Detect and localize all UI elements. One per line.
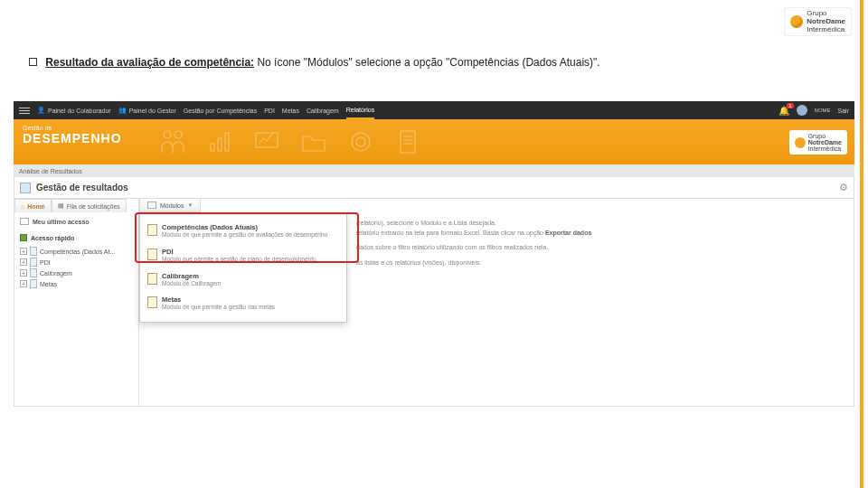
modulos-label: Módulos xyxy=(160,202,184,209)
modulos-button[interactable]: Módulos ▼ xyxy=(139,199,201,212)
svg-point-6 xyxy=(352,133,370,151)
expand-icon[interactable]: + xyxy=(20,248,27,255)
modulos-dropdown: Competências (Dados Atuais) Módulo de qu… xyxy=(139,213,347,323)
svg-point-1 xyxy=(175,131,182,138)
breadcrumb-item[interactable]: Análise de Resultados xyxy=(19,168,82,174)
banner-decorations xyxy=(158,125,746,159)
queue-icon: ▤ xyxy=(58,202,64,210)
dd-desc: Módulo de que permite a gestão de avalia… xyxy=(162,231,327,239)
doc-icon xyxy=(393,127,422,156)
brand-logo-banner: Grupo NotreDame Intermédica xyxy=(789,130,847,155)
svg-rect-5 xyxy=(256,133,278,147)
brand-text: Intermédica xyxy=(807,26,845,34)
expand-icon[interactable]: + xyxy=(20,280,27,287)
tree-item[interactable]: +Metas xyxy=(20,278,133,289)
instruction-rest: No ícone "Módulos" selecione a opção "Co… xyxy=(257,56,599,69)
user-name-label: NOME xyxy=(815,108,831,113)
nav-calibragem[interactable]: Calibragem xyxy=(307,108,339,114)
page-title: Gestão de resultados xyxy=(36,183,128,192)
svg-rect-8 xyxy=(401,131,415,153)
dd-title: Metas xyxy=(162,296,275,304)
folder-icon xyxy=(299,127,328,156)
module-icon xyxy=(147,249,157,260)
svg-point-0 xyxy=(164,131,171,138)
dropdown-item-competencias[interactable]: Competências (Dados Atuais) Módulo de qu… xyxy=(140,220,346,244)
quick-access-section: Acesso rápido xyxy=(14,227,137,244)
nav-pdi[interactable]: PDI xyxy=(264,108,275,114)
svg-point-7 xyxy=(356,137,365,146)
board-icon xyxy=(252,127,281,156)
brand-logo-icon xyxy=(795,137,806,148)
tab-home[interactable]: ⌂Home xyxy=(14,199,52,212)
graph-icon xyxy=(205,127,234,156)
dd-desc: Módulo de que permite a gestão das metas xyxy=(162,304,275,311)
expand-icon[interactable]: + xyxy=(20,269,27,277)
dd-title: Competências (Dados Atuais) xyxy=(162,223,327,231)
content-body: ⌂Home ▤Fila de solicitações Meu último a… xyxy=(14,199,854,407)
quick-icon xyxy=(20,234,27,241)
tab-fila[interactable]: ▤Fila de solicitações xyxy=(52,199,127,212)
page-header: Gestão de resultados ⚙ xyxy=(14,177,854,199)
nav-painel-gestor[interactable]: 👥 Painel do Gestor xyxy=(118,107,176,114)
doc-icon xyxy=(30,247,37,256)
top-nav: 👤 Painel do Colaborador 👥 Painel do Gest… xyxy=(14,101,854,119)
main-panel: Módulos ▼ (relatório), selecione o Módul… xyxy=(139,199,854,406)
nav-relatorios[interactable]: Relatórios xyxy=(346,101,375,119)
notification-badge: 1 xyxy=(787,103,793,108)
notification-bell-icon[interactable]: 🔔1 xyxy=(778,106,789,116)
banner: Gestão de DESEMPENHO Grupo NotreDame Int… xyxy=(14,119,854,164)
chevron-down-icon: ▼ xyxy=(187,202,193,208)
doc-icon xyxy=(30,268,37,277)
breadcrumb: Análise de Resultados xyxy=(14,164,854,177)
nav-painel-colaborador[interactable]: 👤 Painel do Colaborador xyxy=(37,107,111,114)
logout-link[interactable]: Sair xyxy=(838,108,849,114)
page-icon xyxy=(20,183,31,193)
sidebar-tabs: ⌂Home ▤Fila de solicitações xyxy=(14,199,137,212)
dd-desc: Módulo de Calibragem xyxy=(162,280,221,287)
tree: +Competências (Dados At... +PDI +Calibra… xyxy=(14,244,137,295)
gear-icon[interactable]: ⚙ xyxy=(839,182,848,193)
module-icon xyxy=(147,296,157,308)
target-icon xyxy=(346,127,375,156)
nav-metas[interactable]: Metas xyxy=(282,108,299,114)
tree-item[interactable]: +Calibragem xyxy=(20,267,133,278)
module-icon xyxy=(147,273,157,285)
dd-desc: Módulo que permite a gestão de plano de … xyxy=(162,256,316,263)
bullet-square-icon xyxy=(29,58,37,66)
hamburger-icon[interactable] xyxy=(19,108,30,114)
instruction-bold: Resultado da avaliação de competência: xyxy=(45,56,254,69)
app-screenshot: 👤 Painel do Colaborador 👥 Painel do Gest… xyxy=(14,101,854,407)
dropdown-item-metas[interactable]: Metas Módulo de que permite a gestão das… xyxy=(140,292,346,316)
dd-title: PDI xyxy=(162,248,316,256)
dropdown-item-calibragem[interactable]: Calibragem Módulo de Calibragem xyxy=(140,268,346,293)
module-icon xyxy=(147,224,157,236)
brand-logo-icon xyxy=(790,15,803,28)
dropdown-item-pdi[interactable]: PDI Módulo que permite a gestão de plano… xyxy=(140,244,346,268)
last-access-section: Meu último acesso xyxy=(14,212,137,227)
svg-rect-2 xyxy=(211,144,214,151)
tree-item[interactable]: +Competências (Dados At... xyxy=(20,246,133,257)
home-icon: ⌂ xyxy=(21,203,24,210)
tree-item[interactable]: +PDI xyxy=(20,257,133,267)
quick-access-label: Acesso rápido xyxy=(31,235,74,241)
sidebar: ⌂Home ▤Fila de solicitações Meu último a… xyxy=(14,199,139,406)
instruction-text: Resultado da avaliação de competência: N… xyxy=(29,56,841,69)
avatar[interactable] xyxy=(797,105,807,116)
nav-gestao-competencias[interactable]: Gestão por Competências xyxy=(184,108,257,114)
dd-title: Calibragem xyxy=(162,272,221,280)
background-help-text: (relatório), selecione o Módulo e a List… xyxy=(356,219,846,267)
modules-icon xyxy=(147,202,156,209)
doc-icon xyxy=(30,279,37,288)
svg-rect-4 xyxy=(225,133,229,151)
last-access-label: Meu último acesso xyxy=(33,219,90,225)
brand-logo-top: Grupo NotreDame Intermédica xyxy=(784,7,852,36)
accent-border xyxy=(860,0,863,488)
doc-icon xyxy=(30,258,37,267)
people-icon xyxy=(158,127,187,156)
window-icon xyxy=(20,218,29,225)
svg-rect-3 xyxy=(218,138,222,151)
expand-icon[interactable]: + xyxy=(20,258,27,266)
